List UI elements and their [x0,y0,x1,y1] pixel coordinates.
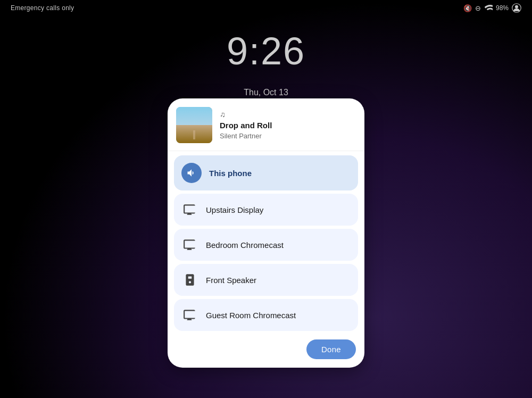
device-item-bedroom-chromecast[interactable]: Bedroom Chromecast [174,229,358,261]
music-note-icon: ♫ [220,110,356,119]
account-icon [512,3,521,13]
device-item-this-phone[interactable]: This phone [174,155,358,190]
upstairs-display-label: Upstairs Display [206,205,263,214]
date-display: Thu, Oct 13 [244,88,288,97]
front-speaker-label: Front Speaker [206,276,256,285]
status-icons: 🔇 ⊖ 98% [463,3,521,13]
music-info: ♫ Drop and Roll Silent Partner [220,110,356,140]
mute-icon: 🔇 [463,4,472,12]
device-item-guest-room[interactable]: Guest Room Chromecast [174,299,358,331]
song-title: Drop and Roll [220,120,356,131]
bedroom-chromecast-icon [181,236,198,253]
done-button[interactable]: Done [306,339,356,359]
battery-text: 98% [496,4,509,12]
dnd-icon: ⊖ [475,4,481,12]
album-art [176,107,212,143]
guest-room-icon [181,306,198,324]
this-phone-label: This phone [209,169,252,178]
front-speaker-icon [181,271,198,288]
guest-room-label: Guest Room Chromecast [206,311,296,320]
device-item-front-speaker[interactable]: Front Speaker [174,264,358,296]
bedroom-chromecast-label: Bedroom Chromecast [206,241,284,250]
music-header: ♫ Drop and Roll Silent Partner [168,98,364,151]
device-item-upstairs-display[interactable]: Upstairs Display [174,194,358,226]
svg-point-2 [515,5,518,9]
device-list: This phone Upstairs Display Bedroom Chro… [168,151,364,337]
this-phone-icon [181,163,202,183]
status-bar: Emergency calls only 🔇 ⊖ 98% [0,0,532,16]
cast-modal: ♫ Drop and Roll Silent Partner This phon… [168,98,364,368]
artist-name: Silent Partner [220,132,356,140]
emergency-calls-text: Emergency calls only [11,4,74,12]
wifi-icon [484,5,493,11]
upstairs-display-icon [181,201,198,218]
clock-display: 9:26 [227,29,305,73]
done-row: Done [168,337,364,368]
